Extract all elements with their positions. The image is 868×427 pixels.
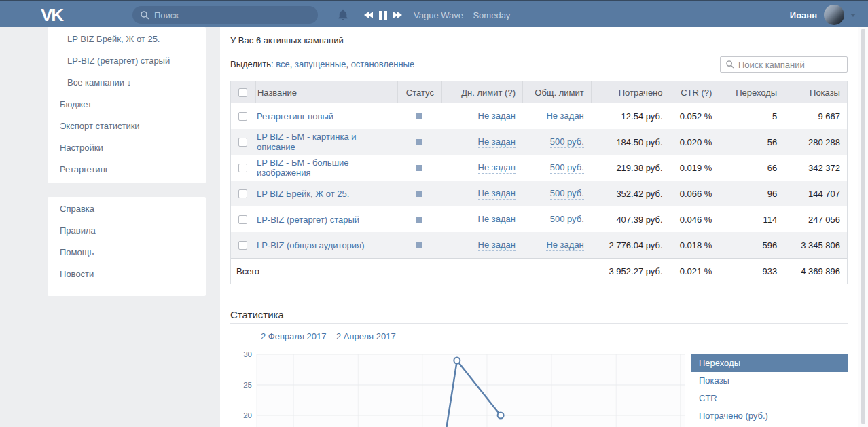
campaign-row: LP-BIZ (ретаргет) старыйНе задан500 руб.… — [231, 206, 847, 232]
column-header[interactable]: Показы — [784, 81, 847, 103]
row-checkbox[interactable] — [238, 164, 247, 172]
campaign-name-link[interactable]: LP-BIZ (общая аудитория) — [257, 240, 365, 250]
select-filter-link[interactable]: запущенные — [295, 59, 346, 69]
row-checkbox-cell — [231, 215, 255, 224]
scrollbar-thumb[interactable] — [861, 29, 865, 424]
campaigns-sidebar-menu: LP BIZ Брейк, Ж от 25.LP-BIZ (ретаргет) … — [48, 27, 206, 183]
total-limit-cell: 500 руб. — [522, 136, 591, 148]
day-limit-link[interactable]: Не задан — [478, 162, 516, 174]
sidebar-item[interactable]: Правила — [48, 220, 206, 242]
sidebar-item[interactable]: Настройки — [48, 137, 206, 159]
notifications-bell-icon[interactable] — [337, 8, 349, 23]
campaign-search-input[interactable] — [738, 60, 842, 70]
chart-point-marker[interactable] — [454, 358, 460, 364]
chart-point-marker[interactable] — [498, 413, 504, 419]
top-navigation-bar: VK Vague Wave – Someday Иоанн — [0, 0, 868, 27]
sidebar-item[interactable]: LP-BIZ (ретаргет) старый — [48, 50, 206, 72]
table-header: НазваниеСтатусДн. лимит (?)Общ. лимитПот… — [231, 81, 847, 103]
day-limit-cell: Не задан — [441, 240, 522, 251]
profile-menu[interactable]: Иоанн — [790, 1, 856, 29]
campaign-name-link[interactable]: Ретаргетинг новый — [257, 111, 333, 122]
campaign-search[interactable] — [720, 56, 848, 73]
row-checkbox[interactable] — [238, 215, 247, 224]
day-limit-link[interactable]: Не задан — [478, 240, 516, 251]
total-limit-link[interactable]: Не задан — [546, 111, 583, 122]
sidebar-item[interactable]: Помощь — [48, 242, 206, 263]
metric-menu-item[interactable]: Переходы — [691, 354, 848, 372]
sidebar-item[interactable]: Экспорт статистики — [48, 115, 206, 137]
sidebar-item[interactable]: Справка — [48, 198, 206, 220]
vk-logo[interactable]: VK — [41, 5, 62, 26]
global-search-input[interactable] — [154, 10, 310, 20]
column-header[interactable]: Переходы — [719, 81, 784, 103]
campaign-name-cell: LP BIZ Брейк, Ж от 25. — [255, 189, 398, 199]
total-limit-link[interactable]: 500 руб. — [550, 162, 584, 174]
total-limit-link[interactable]: 500 руб. — [550, 136, 584, 148]
ctr-cell: 0.018 % — [670, 240, 719, 250]
row-checkbox[interactable] — [238, 112, 247, 121]
status-stopped-icon — [416, 217, 422, 223]
metric-menu-item[interactable]: Показы — [691, 372, 848, 390]
total-limit-link[interactable]: 500 руб. — [550, 214, 584, 225]
ctr-cell: 0.020 % — [670, 137, 719, 147]
sidebar-item[interactable]: Бюджет — [48, 94, 206, 115]
sidebar-item[interactable]: Все кампании ↓ — [48, 72, 206, 94]
total-limit-cell: 500 руб. — [522, 162, 591, 174]
day-limit-link[interactable]: Не задан — [478, 214, 516, 225]
ctr-cell: 0.066 % — [670, 189, 719, 199]
column-header[interactable]: Общ. лимит — [522, 81, 591, 103]
row-checkbox[interactable] — [238, 241, 247, 250]
campaign-name-link[interactable]: LP BIZ Брейк, Ж от 25. — [257, 189, 349, 199]
total-spent: 3 952.27 руб. — [591, 266, 670, 276]
column-header[interactable]: Дн. лимит (?) — [441, 81, 522, 103]
column-header[interactable]: Название — [255, 81, 398, 103]
metric-menu-item[interactable]: CTR — [691, 390, 848, 407]
row-checkbox-cell — [231, 112, 255, 121]
date-range-selector[interactable]: 2 Февраля 2017 – 2 Апреля 2017 — [261, 330, 396, 344]
table-total-row: Всего 3 952.27 руб. 0.021 % 933 4 369 89… — [231, 258, 847, 284]
metric-menu-item[interactable]: Потрачено (руб.) — [691, 407, 848, 425]
day-limit-link[interactable]: Не задан — [478, 188, 516, 200]
select-filter-link[interactable]: все — [276, 59, 290, 69]
sidebar-item[interactable]: LP BIZ Брейк, Ж от 25. — [48, 29, 206, 50]
campaign-row: LP BIZ Брейк, Ж от 25.Не задан500 руб.35… — [231, 181, 847, 206]
status-stopped-icon — [416, 191, 422, 197]
player-track-title[interactable]: Vague Wave – Someday — [414, 10, 510, 20]
player-pause-icon[interactable] — [379, 11, 387, 20]
column-header[interactable]: Статус — [397, 81, 441, 103]
select-filter-link[interactable]: остановленные — [351, 59, 415, 69]
impressions-cell: 247 056 — [784, 215, 847, 225]
global-search[interactable] — [132, 6, 318, 24]
total-limit-link[interactable]: 500 руб. — [550, 188, 584, 200]
day-limit-link[interactable]: Не задан — [478, 111, 516, 122]
scrollbar-track — [858, 27, 868, 427]
column-header[interactable]: CTR (?) — [670, 81, 719, 103]
sidebar-item[interactable]: Новости — [48, 263, 206, 285]
row-checkbox-cell — [231, 164, 255, 172]
campaign-status-cell — [397, 139, 441, 145]
stats-chart: 302520 — [230, 350, 685, 427]
campaign-name-link[interactable]: LP-BIZ (ретаргет) старый — [257, 215, 359, 225]
column-header[interactable]: Потрачено — [591, 81, 670, 103]
status-stopped-icon — [416, 242, 422, 248]
impressions-cell: 280 288 — [784, 137, 847, 147]
campaign-row: LP BIZ - БМ - картинка и описаниеНе зада… — [231, 129, 847, 155]
spent-cell: 184.50 руб. — [591, 137, 670, 147]
row-checkbox[interactable] — [238, 138, 247, 147]
player-rewind-icon[interactable] — [364, 12, 373, 18]
metric-menu: ПереходыПоказыCTRПотрачено (руб.) — [691, 354, 848, 425]
day-limit-link[interactable]: Не задан — [478, 136, 516, 148]
player-forward-icon[interactable] — [393, 12, 402, 18]
campaign-name-link[interactable]: LP BIZ - БМ - большие изображения — [257, 157, 393, 178]
ctr-cell: 0.052 % — [670, 111, 719, 122]
total-limit-cell: 500 руб. — [522, 188, 591, 200]
chart-ytick-label: 20 — [243, 411, 252, 420]
clicks-cell: 96 — [719, 189, 784, 199]
campaign-row: LP-BIZ (общая аудитория)Не заданНе задан… — [231, 232, 847, 258]
select-all-checkbox[interactable] — [238, 88, 247, 97]
sidebar-item[interactable]: Ретаргетинг — [48, 159, 206, 181]
campaign-name-link[interactable]: LP BIZ - БМ - картинка и описание — [257, 132, 393, 152]
campaign-row: Ретаргетинг новыйНе заданНе задан12.54 р… — [231, 103, 847, 129]
total-limit-link[interactable]: Не задан — [546, 240, 583, 251]
row-checkbox[interactable] — [238, 189, 247, 198]
